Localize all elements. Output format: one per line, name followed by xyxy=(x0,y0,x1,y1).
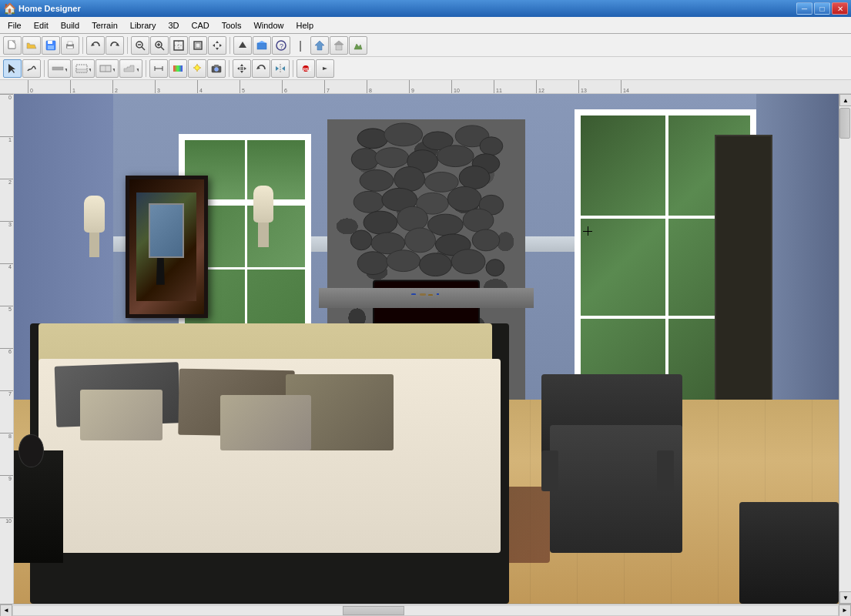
svg-marker-24 xyxy=(219,44,222,47)
ruler-mark-7: 7 xyxy=(324,80,367,93)
record-button[interactable]: REC xyxy=(297,59,315,78)
scroll-down-button[interactable]: ▼ xyxy=(839,591,851,604)
save-button[interactable] xyxy=(42,36,60,55)
ruler-mark-9: 9 xyxy=(409,80,451,93)
terrain-btn[interactable] xyxy=(349,36,367,55)
horizontal-scrollbar-area[interactable]: ◄ ► xyxy=(0,604,851,616)
selection-tools xyxy=(3,59,41,78)
svg-text:REC: REC xyxy=(303,67,312,72)
roof-button[interactable] xyxy=(330,36,348,55)
svg-marker-25 xyxy=(239,42,246,48)
scroll-right-button[interactable]: ► xyxy=(839,604,851,617)
zoom-window-button[interactable] xyxy=(169,36,188,55)
gradient-button[interactable] xyxy=(169,59,187,78)
obj-library-button[interactable] xyxy=(253,36,271,55)
3d-view xyxy=(14,94,839,604)
print-button[interactable] xyxy=(61,36,79,55)
undo-button[interactable] xyxy=(86,36,105,55)
help-button[interactable]: ? xyxy=(272,36,290,55)
mirror-button[interactable] xyxy=(271,59,290,78)
menu-edit[interactable]: Edit xyxy=(28,19,55,32)
cabinet-button[interactable]: ▼ xyxy=(95,59,119,78)
svg-rect-3 xyxy=(48,45,54,49)
house-button[interactable] xyxy=(310,36,329,55)
svg-marker-33 xyxy=(354,44,362,49)
svg-point-87 xyxy=(459,166,490,189)
svg-rect-5 xyxy=(68,42,72,45)
menu-file[interactable]: File xyxy=(2,19,28,32)
vruler-10: 10 xyxy=(0,517,13,524)
menu-build[interactable]: Build xyxy=(55,19,85,32)
record-arrow-button[interactable] xyxy=(316,59,334,78)
separator-t2-4 xyxy=(293,60,293,77)
toolbar-main: ? | xyxy=(0,34,851,57)
svg-point-84 xyxy=(360,170,394,192)
stair-button[interactable]: ▼ xyxy=(119,59,142,78)
close-button[interactable]: ✕ xyxy=(832,2,848,15)
svg-point-101 xyxy=(472,229,500,251)
armchair-armrest-left xyxy=(541,450,558,491)
svg-point-105 xyxy=(451,249,485,274)
up-arrow-button[interactable] xyxy=(233,36,252,55)
new-button[interactable] xyxy=(3,36,22,55)
vertical-scrollbar[interactable]: ▲ ▼ xyxy=(839,94,851,604)
separator-1 xyxy=(82,37,83,54)
minimize-button[interactable]: ─ xyxy=(796,2,812,15)
pan-button[interactable] xyxy=(208,36,226,55)
ruler-mark-14: 14 xyxy=(621,80,663,93)
menu-tools[interactable]: Tools xyxy=(216,19,248,32)
svg-point-75 xyxy=(384,123,423,146)
rotate-button[interactable] xyxy=(252,59,270,78)
menu-terrain[interactable]: Terrain xyxy=(85,19,124,32)
armchair-armrest-right xyxy=(657,450,673,491)
menu-library[interactable]: Library xyxy=(124,19,162,32)
svg-point-94 xyxy=(397,206,428,231)
maximize-button[interactable]: □ xyxy=(814,2,830,15)
wall-button[interactable]: ▼ xyxy=(48,59,71,78)
svg-rect-20 xyxy=(196,43,200,48)
polyline-button[interactable] xyxy=(22,59,41,78)
scroll-track-horizontal[interactable] xyxy=(12,605,839,616)
menu-help[interactable]: Help xyxy=(290,19,320,32)
menu-cad[interactable]: CAD xyxy=(185,19,215,32)
svg-point-79 xyxy=(351,149,379,170)
ruler-mark-10: 10 xyxy=(451,80,494,93)
camera-button[interactable] xyxy=(207,59,226,78)
select-arrow-button[interactable] xyxy=(3,59,22,78)
zoom-in-button[interactable] xyxy=(150,36,169,55)
move-button[interactable] xyxy=(233,59,251,78)
scroll-thumb-horizontal[interactable] xyxy=(343,606,404,615)
vruler-2: 2 xyxy=(0,179,13,185)
svg-marker-63 xyxy=(276,66,279,71)
menu-window[interactable]: Window xyxy=(247,19,290,32)
viewport-canvas[interactable] xyxy=(14,94,839,604)
zoom-tools xyxy=(131,36,226,55)
vruler-0: 0 xyxy=(0,94,13,100)
light-button[interactable] xyxy=(188,59,206,78)
svg-point-97 xyxy=(350,230,372,250)
svg-line-10 xyxy=(142,47,145,50)
scroll-up-button[interactable]: ▲ xyxy=(839,94,851,106)
scroll-left-button[interactable]: ◄ xyxy=(0,604,12,617)
menu-3d[interactable]: 3D xyxy=(162,19,185,32)
menu-bar: File Edit Build Terrain Library 3D CAD T… xyxy=(0,17,851,34)
ruler-mark-6: 6 xyxy=(282,80,324,93)
svg-point-103 xyxy=(387,250,420,272)
vruler-8: 8 xyxy=(0,433,13,439)
record-tools: REC xyxy=(297,59,334,78)
fit-view-button[interactable] xyxy=(189,36,207,55)
scroll-thumb-vertical[interactable] xyxy=(839,108,850,139)
svg-marker-59 xyxy=(244,67,246,70)
separator-3 xyxy=(230,37,230,54)
dimension-button[interactable] xyxy=(149,59,168,78)
pillow-5 xyxy=(220,395,311,451)
svg-point-86 xyxy=(424,172,458,192)
redo-button[interactable] xyxy=(106,36,124,55)
zoom-out-button[interactable] xyxy=(131,36,149,55)
scroll-track-vertical[interactable] xyxy=(839,106,851,591)
vase-3 xyxy=(428,294,433,296)
vruler-5: 5 xyxy=(0,306,13,312)
open-button[interactable] xyxy=(22,36,41,55)
floor-button[interactable]: ▼ xyxy=(72,59,95,78)
svg-point-99 xyxy=(405,228,436,253)
